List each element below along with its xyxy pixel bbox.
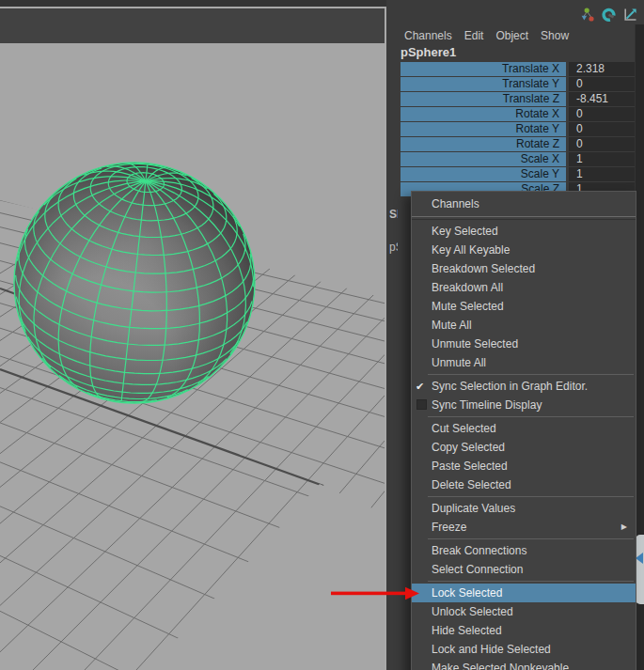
menu-item-label: Cut Selected (432, 422, 496, 435)
channel-list: Translate X2.318Translate Y0Translate Z-… (401, 62, 635, 197)
menu-item-unmute-all[interactable]: Unmute All (412, 353, 636, 372)
channel-box-context-menu: Channels Key SelectedKey All KeyableBrea… (411, 191, 636, 670)
context-menu-title: Channels (412, 194, 636, 214)
menu-item-lock-selected[interactable]: Lock Selected (412, 584, 636, 602)
channel-row: Rotate Y0 (401, 122, 635, 136)
graph-editor-icon[interactable] (622, 7, 638, 23)
menu-item-breakdown-all[interactable]: Breakdown All (412, 278, 636, 297)
viewport-canvas[interactable] (0, 43, 385, 670)
menu-item-sync-selection-in-graph-editor[interactable]: ✔Sync Selection in Graph Editor. (412, 377, 636, 396)
maya-window: ChannelsEditObjectShow pSphere1 Translat… (0, 0, 644, 670)
channel-row: Translate Y0 (401, 77, 635, 91)
menu-item-freeze[interactable]: Freeze▶ (412, 518, 636, 537)
menu-item-label: Break Connections (432, 544, 526, 557)
channel-label[interactable]: Rotate X (401, 107, 566, 121)
channel-label[interactable]: Translate Z (401, 92, 566, 106)
window-top-edge (0, 0, 387, 7)
channel-row: Scale Y1 (401, 167, 635, 181)
separator (412, 216, 636, 220)
viewport-menubar[interactable] (0, 8, 385, 43)
menu-item-copy-selected[interactable]: Copy Selected (412, 438, 636, 457)
menu-item-select-connection[interactable]: Select Connection (412, 560, 636, 579)
wireframe-sphere (14, 163, 255, 403)
menu-item-mute-selected[interactable]: Mute Selected (412, 297, 636, 316)
channel-box-menu-edit[interactable]: Edit (464, 29, 484, 42)
menu-item-hide-selected[interactable]: Hide Selected (412, 621, 636, 640)
viewport-panel[interactable] (0, 0, 387, 670)
menu-item-unlock-selected[interactable]: Unlock Selected (412, 602, 636, 621)
channel-box-icon-bar (579, 7, 638, 23)
menu-item-label: Copy Selected (432, 441, 505, 454)
menu-item-label: Mute Selected (432, 300, 504, 313)
menu-item-unmute-selected[interactable]: Unmute Selected (412, 335, 636, 353)
channel-label[interactable]: Translate X (401, 62, 566, 76)
menu-item-make-selected-nonkeyable[interactable]: Make Selected Nonkeyable (412, 659, 636, 670)
channel-value-field[interactable]: 0 (569, 137, 635, 151)
menu-item-key-selected[interactable]: Key Selected (412, 222, 636, 241)
menu-item-label: Unlock Selected (432, 605, 513, 618)
menu-item-label: Unmute Selected (432, 337, 518, 351)
menu-item-label: Duplicate Values (432, 502, 515, 515)
menu-item-duplicate-values[interactable]: Duplicate Values (412, 499, 636, 518)
channel-box-menu-object[interactable]: Object (495, 29, 528, 42)
menu-item-label: Lock Selected (432, 586, 502, 600)
menu-item-label: Delete Selected (432, 478, 511, 491)
connections-icon[interactable] (579, 7, 595, 23)
menu-item-sync-timeline-display[interactable]: Sync Timeline Display (412, 396, 636, 414)
channel-label[interactable]: Translate Y (401, 77, 566, 91)
collapse-arrow-icon (636, 553, 643, 564)
channel-box-menu-channels[interactable]: Channels (404, 29, 452, 42)
separator (428, 416, 634, 417)
channel-value-field[interactable]: -8.451 (569, 92, 635, 106)
menu-item-key-all-keyable[interactable]: Key All Keyable (412, 241, 636, 259)
menu-item-label: Freeze (432, 521, 466, 534)
channel-value-field[interactable]: 0 (569, 107, 635, 121)
menu-item-delete-selected[interactable]: Delete Selected (412, 475, 636, 494)
menu-item-label: Make Selected Nonkeyable (432, 662, 569, 670)
gauge-icon[interactable] (601, 7, 617, 23)
check-icon: ✔ (416, 377, 424, 396)
channel-value-field[interactable]: 0 (569, 122, 635, 136)
channel-box-menubar: ChannelsEditObjectShow (404, 29, 569, 42)
channel-row: Translate X2.318 (401, 62, 635, 76)
channel-value-field[interactable]: 2.318 (569, 62, 635, 76)
channel-value-field[interactable]: 1 (569, 167, 635, 181)
menu-item-paste-selected[interactable]: Paste Selected (412, 457, 636, 475)
channel-label[interactable]: Scale X (401, 152, 566, 166)
menu-item-label: Lock and Hide Selected (432, 643, 551, 656)
menu-item-label: Hide Selected (432, 624, 502, 637)
menu-item-label: Sync Selection in Graph Editor. (432, 380, 588, 393)
channel-box-menu-show[interactable]: Show (541, 29, 569, 42)
channel-label[interactable]: Rotate Y (401, 122, 566, 136)
channel-row: Translate Z-8.451 (401, 92, 635, 106)
menu-item-break-connections[interactable]: Break Connections (412, 541, 636, 560)
menu-item-label: Breakdown All (432, 281, 503, 294)
menu-item-label: Mute All (432, 319, 472, 332)
menu-item-lock-and-hide-selected[interactable]: Lock and Hide Selected (412, 640, 636, 659)
separator (428, 538, 634, 539)
separator (428, 496, 634, 497)
menu-item-cut-selected[interactable]: Cut Selected (412, 419, 636, 438)
channel-label[interactable]: Rotate Z (401, 137, 566, 151)
menu-item-breakdown-selected[interactable]: Breakdown Selected (412, 259, 636, 278)
channel-value-field[interactable]: 1 (569, 152, 635, 166)
channel-row: Rotate X0 (401, 107, 635, 121)
object-name[interactable]: pSphere1 (401, 45, 456, 59)
clipped-text-fragment: SHAPES (389, 208, 398, 221)
annotation-arrow (331, 585, 420, 602)
menu-item-label: Sync Timeline Display (432, 398, 542, 412)
channel-label[interactable]: Scale Y (401, 167, 566, 181)
clipped-text-fragment: pS (389, 241, 398, 254)
submenu-arrow-icon: ▶ (621, 518, 627, 537)
channel-value-field[interactable]: 0 (569, 77, 635, 91)
separator (428, 374, 634, 375)
menu-item-mute-all[interactable]: Mute All (412, 316, 636, 335)
separator (428, 581, 634, 582)
menu-item-label: Select Connection (432, 563, 523, 576)
panel-collapse-tab[interactable] (636, 535, 644, 604)
checkbox-unchecked-icon[interactable] (416, 399, 427, 410)
active-panel-border (0, 7, 386, 8)
channel-row: Rotate Z0 (401, 137, 635, 151)
menu-item-label: Unmute All (432, 356, 486, 369)
menu-item-label: Key All Keyable (432, 243, 510, 257)
